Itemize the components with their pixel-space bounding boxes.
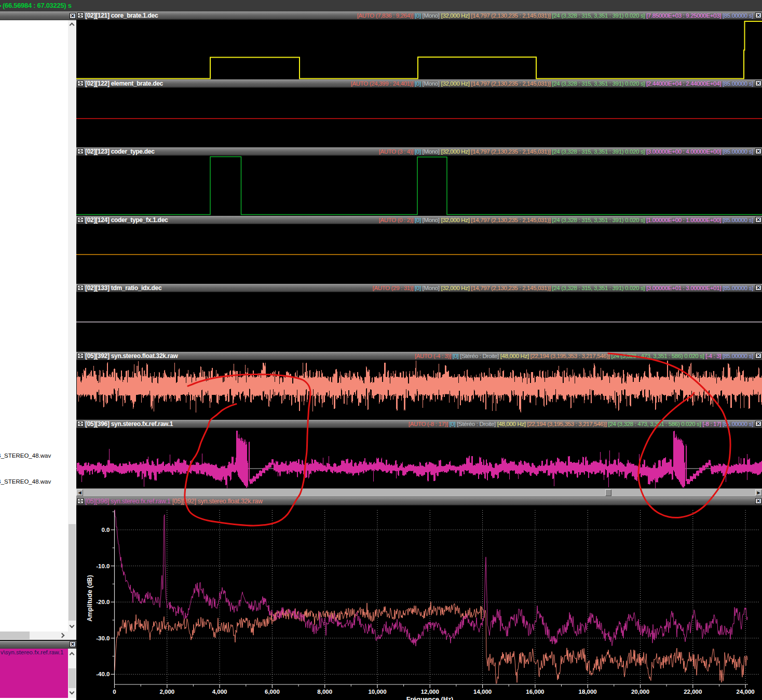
svg-text:0.0: 0.0: [102, 527, 110, 533]
svg-text:20,000: 20,000: [631, 689, 649, 695]
svg-text:-40.0: -40.0: [96, 671, 110, 677]
svg-text:6,000: 6,000: [265, 689, 280, 695]
svg-text:16,000: 16,000: [526, 689, 544, 695]
svg-text:18,000: 18,000: [579, 689, 597, 695]
svg-text:24,000: 24,000: [737, 689, 755, 695]
svg-text:-30.0: -30.0: [96, 635, 110, 641]
svg-text:12,000: 12,000: [421, 689, 439, 695]
svg-text:Amplitude (dB): Amplitude (dB): [86, 575, 93, 622]
svg-text:8,000: 8,000: [317, 689, 332, 695]
svg-text:0: 0: [113, 689, 116, 695]
svg-text:-10.0: -10.0: [96, 563, 110, 569]
svg-text:4,000: 4,000: [212, 689, 227, 695]
svg-text:2,000: 2,000: [159, 689, 174, 695]
svg-text:Fréquence (Hz): Fréquence (Hz): [406, 696, 453, 700]
svg-text:22,000: 22,000: [684, 689, 702, 695]
svg-text:-20.0: -20.0: [96, 599, 110, 605]
svg-text:10,000: 10,000: [368, 689, 386, 695]
svg-text:14,000: 14,000: [473, 689, 492, 695]
